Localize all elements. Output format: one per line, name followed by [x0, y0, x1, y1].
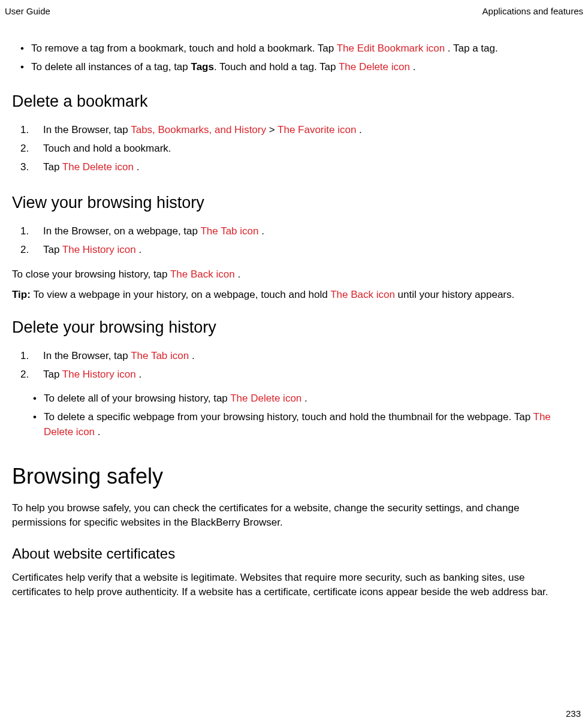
text: Tap	[43, 244, 62, 255]
text: .	[98, 426, 101, 438]
page-number: 233	[566, 708, 581, 719]
text: . Tap a tag.	[448, 43, 498, 54]
list-item: To delete a specific webpage from your b…	[33, 410, 576, 443]
text: .	[237, 269, 240, 280]
tab-icon: The Tab icon	[131, 350, 192, 361]
text: .	[192, 350, 195, 361]
heading-delete-history: Delete your browsing history	[12, 316, 576, 339]
text: To delete all instances of a tag, tap	[31, 61, 191, 73]
page-header: User Guide Applications and features	[0, 6, 588, 16]
text: To delete all of your browsing history, …	[44, 393, 230, 404]
list-item: Tap The Delete icon .	[20, 160, 576, 179]
list-item: To delete all instances of a tag, tap Ta…	[20, 60, 576, 79]
text: Tap	[43, 369, 62, 380]
heading-view-history: View your browsing history	[12, 191, 576, 215]
delete-bookmark-steps: In the Browser, tap Tabs, Bookmarks, and…	[12, 123, 576, 178]
heading-about-certs: About website certificates	[12, 544, 576, 565]
favorite-icon: The Favorite icon	[278, 124, 359, 135]
text: In the Browser, on a webpage, tap	[43, 225, 200, 237]
document-page: User Guide Applications and features To …	[0, 0, 588, 727]
text: In the Browser, tap	[43, 350, 131, 361]
history-icon: The History icon	[62, 369, 139, 380]
text: .	[137, 161, 140, 173]
history-icon: The History icon	[62, 244, 139, 255]
delete-icon: The Delete icon	[62, 161, 137, 173]
browsing-safely-paragraph: To help you browse safely, you can check…	[12, 501, 576, 530]
text: until your history appears.	[398, 289, 515, 300]
text: To delete a specific webpage from your b…	[44, 411, 533, 423]
tabs-bookmarks-history-icon: Tabs, Bookmarks, and History	[131, 124, 269, 135]
view-history-steps: In the Browser, on a webpage, tap The Ta…	[12, 224, 576, 261]
list-item: To remove a tag from a bookmark, touch a…	[20, 41, 576, 60]
list-item: Tap The History icon .	[20, 243, 576, 261]
text: Tap	[43, 161, 62, 173]
list-item: To delete all of your browsing history, …	[33, 391, 576, 410]
heading-browsing-safely: Browsing safely	[12, 461, 576, 492]
back-icon: The Back icon	[330, 289, 397, 300]
text: In the Browser, tap	[43, 124, 131, 135]
text: To view a webpage in your history, on a …	[34, 289, 331, 300]
list-item: In the Browser, tap The Tab icon .	[20, 349, 576, 367]
header-right: Applications and features	[483, 6, 583, 16]
delete-icon: The Delete icon	[230, 393, 304, 404]
tip-label: Tip:	[12, 289, 34, 300]
tip-text: Tip: To view a webpage in your history, …	[12, 288, 576, 303]
text: To close your browsing history, tap	[12, 269, 170, 280]
text: .	[261, 225, 264, 237]
edit-bookmark-icon: The Edit Bookmark icon	[337, 43, 448, 54]
text: . Touch and hold a tag. Tap	[214, 61, 339, 73]
header-left: User Guide	[5, 6, 50, 16]
text: .	[359, 124, 362, 135]
text: Touch and hold a bookmark.	[43, 143, 171, 154]
list-item: Tap The History icon .	[20, 367, 576, 386]
tab-icon: The Tab icon	[200, 225, 261, 237]
delete-history-steps: In the Browser, tap The Tab icon . Tap T…	[12, 349, 576, 385]
list-item: Touch and hold a bookmark.	[20, 141, 576, 160]
list-item: In the Browser, on a webpage, tap The Ta…	[20, 224, 576, 243]
intro-bullets: To remove a tag from a bookmark, touch a…	[12, 41, 576, 78]
about-certs-paragraph: Certificates help verify that a website …	[12, 571, 576, 600]
text: .	[413, 61, 416, 73]
tags-label: Tags	[191, 61, 214, 73]
page-content: To remove a tag from a bookmark, touch a…	[0, 16, 588, 600]
close-history-text: To close your browsing history, tap The …	[12, 267, 576, 282]
text: .	[138, 244, 141, 255]
text: .	[304, 393, 307, 404]
delete-icon: The Delete icon	[339, 61, 413, 73]
text: >	[269, 124, 278, 135]
list-item: In the Browser, tap Tabs, Bookmarks, and…	[20, 123, 576, 141]
delete-history-options: To delete all of your browsing history, …	[12, 391, 576, 443]
heading-delete-bookmark: Delete a bookmark	[12, 90, 576, 113]
text: .	[138, 369, 141, 380]
text: To remove a tag from a bookmark, touch a…	[31, 43, 337, 54]
back-icon: The Back icon	[170, 269, 237, 280]
